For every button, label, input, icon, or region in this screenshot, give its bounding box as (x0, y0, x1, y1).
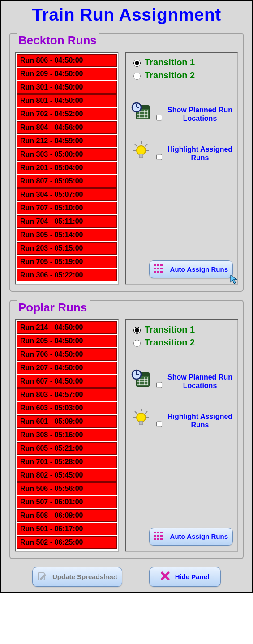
update-spreadsheet-button[interactable]: Update Spreadsheet (32, 567, 122, 587)
run-item[interactable]: Run 304 - 05:07:00 (17, 188, 117, 201)
poplar-group: Poplar Runs Run 214 - 04:50:00Run 205 - … (9, 300, 244, 559)
run-item[interactable]: Run 706 - 04:50:00 (17, 348, 117, 361)
beckton-auto-assign-label: Auto Assign Runs (170, 266, 228, 273)
svg-rect-51 (154, 535, 156, 537)
beckton-transition-2-label: Transition 2 (145, 70, 195, 81)
beckton-highlight-checkbox[interactable] (156, 154, 162, 161)
run-item[interactable]: Run 205 - 04:50:00 (17, 335, 117, 347)
run-item[interactable]: Run 705 - 05:19:00 (17, 256, 117, 268)
poplar-auto-assign-button[interactable]: Auto Assign Runs (149, 528, 233, 546)
run-item[interactable]: Run 209 - 04:50:00 (17, 68, 117, 80)
svg-rect-23 (157, 268, 159, 269)
beckton-highlight-label: Highlight Assigned Runs (167, 145, 233, 162)
svg-rect-50 (160, 532, 163, 533)
calendar-clock-icon (131, 101, 151, 123)
run-item[interactable]: Run 803 - 04:57:00 (17, 388, 117, 401)
svg-rect-25 (154, 271, 156, 273)
run-item[interactable]: Run 214 - 04:50:00 (17, 321, 117, 334)
poplar-highlight-label: Highlight Assigned Runs (167, 413, 233, 429)
run-item[interactable]: Run 707 - 05:10:00 (17, 202, 117, 214)
page-title: Train Run Assignment (1, 1, 252, 33)
svg-rect-47 (139, 421, 143, 425)
hide-panel-label: Hide Panel (175, 573, 210, 581)
run-item[interactable]: Run 507 - 06:01:00 (17, 496, 117, 508)
beckton-group-title: Beckton Runs (17, 33, 99, 51)
calendar-clock-icon (131, 368, 151, 390)
run-item[interactable]: Run 603 - 05:03:00 (17, 402, 117, 414)
svg-rect-21 (160, 264, 163, 266)
beckton-transition-2-radio[interactable] (133, 73, 141, 80)
beckton-show-planned-label: Show Planned Run Locations (167, 106, 233, 123)
lightbulb-icon (131, 141, 151, 162)
run-item[interactable]: Run 506 - 05:56:00 (17, 482, 117, 495)
close-icon (161, 571, 170, 582)
beckton-auto-assign-button[interactable]: Auto Assign Runs (149, 260, 233, 278)
run-item[interactable]: Run 804 - 04:56:00 (17, 121, 117, 134)
svg-rect-22 (154, 268, 156, 269)
run-item[interactable]: Run 305 - 05:14:00 (17, 229, 117, 241)
poplar-show-planned-label: Show Planned Run Locations (167, 373, 233, 390)
svg-line-42 (135, 411, 137, 414)
run-item[interactable]: Run 802 - 05:45:00 (17, 469, 117, 482)
run-item[interactable]: Run 607 - 04:50:00 (17, 375, 117, 388)
run-item[interactable]: Run 806 - 04:50:00 (17, 54, 117, 67)
svg-rect-52 (157, 535, 159, 537)
grid-icon (154, 532, 165, 542)
svg-rect-49 (157, 532, 159, 533)
beckton-group: Beckton Runs Run 806 - 04:50:00Run 209 -… (9, 33, 244, 292)
poplar-run-list[interactable]: Run 214 - 04:50:00Run 205 - 04:50:00Run … (17, 321, 118, 550)
beckton-show-planned-checkbox[interactable] (156, 114, 162, 121)
svg-rect-54 (154, 538, 156, 540)
svg-rect-56 (160, 538, 163, 540)
run-item[interactable]: Run 701 - 05:28:00 (17, 456, 117, 468)
svg-rect-19 (154, 264, 156, 266)
svg-rect-24 (160, 268, 163, 269)
train-run-assignment-panel: Train Run Assignment Beckton Runs Run 80… (0, 0, 253, 593)
beckton-list-container: Run 806 - 04:50:00Run 209 - 04:50:00Run … (15, 52, 119, 285)
poplar-show-planned-checkbox[interactable] (156, 381, 162, 388)
beckton-transition-1-label: Transition 1 (145, 57, 195, 68)
run-item[interactable]: Run 702 - 04:52:00 (17, 108, 117, 120)
run-item[interactable]: Run 303 - 05:00:00 (17, 148, 117, 161)
run-item[interactable]: Run 212 - 04:59:00 (17, 135, 117, 147)
run-item[interactable]: Run 508 - 06:09:00 (17, 509, 117, 522)
svg-rect-53 (160, 535, 163, 537)
svg-rect-27 (160, 271, 163, 273)
poplar-list-container: Run 214 - 04:50:00Run 205 - 04:50:00Run … (15, 319, 119, 552)
svg-rect-20 (157, 264, 159, 266)
svg-line-14 (145, 144, 147, 146)
beckton-transition-1-radio[interactable] (133, 60, 141, 67)
beckton-side-panel: Transition 1 Transition 2 (125, 52, 238, 285)
run-item[interactable]: Run 207 - 04:50:00 (17, 362, 117, 374)
run-item[interactable]: Run 306 - 05:22:00 (17, 269, 117, 281)
run-item[interactable]: Run 502 - 06:25:00 (17, 536, 117, 549)
poplar-group-title: Poplar Runs (17, 300, 90, 318)
hide-panel-button[interactable]: Hide Panel (149, 567, 221, 587)
svg-rect-55 (157, 538, 159, 540)
run-item[interactable]: Run 807 - 05:05:00 (17, 175, 117, 188)
edit-icon (37, 571, 47, 583)
lightbulb-icon (131, 408, 151, 429)
svg-line-13 (135, 144, 137, 146)
poplar-auto-assign-label: Auto Assign Runs (170, 533, 228, 541)
poplar-transition-1-radio[interactable] (133, 327, 141, 334)
run-item[interactable]: Run 203 - 05:15:00 (17, 242, 117, 255)
run-item[interactable]: Run 601 - 05:09:00 (17, 415, 117, 428)
beckton-run-list[interactable]: Run 806 - 04:50:00Run 209 - 04:50:00Run … (17, 54, 118, 282)
run-item[interactable]: Run 301 - 04:50:00 (17, 81, 117, 94)
poplar-highlight-checkbox[interactable] (156, 421, 162, 428)
svg-rect-26 (157, 271, 159, 273)
poplar-transition-1-label: Transition 1 (145, 324, 195, 335)
run-item[interactable]: Run 501 - 06:17:00 (17, 523, 117, 535)
run-item[interactable]: Run 704 - 05:11:00 (17, 215, 117, 228)
grid-icon (154, 264, 165, 274)
poplar-side-panel: Transition 1 Transition 2 (125, 319, 238, 552)
run-item[interactable]: Run 201 - 05:04:00 (17, 162, 117, 174)
run-item[interactable]: Run 605 - 05:21:00 (17, 442, 117, 455)
footer: Update Spreadsheet Hide Panel (1, 567, 252, 587)
poplar-transition-2-radio[interactable] (133, 340, 141, 347)
svg-point-17 (137, 146, 146, 155)
run-item[interactable]: Run 801 - 04:50:00 (17, 94, 117, 107)
run-item[interactable]: Run 308 - 05:16:00 (17, 429, 117, 441)
svg-rect-18 (139, 154, 143, 158)
